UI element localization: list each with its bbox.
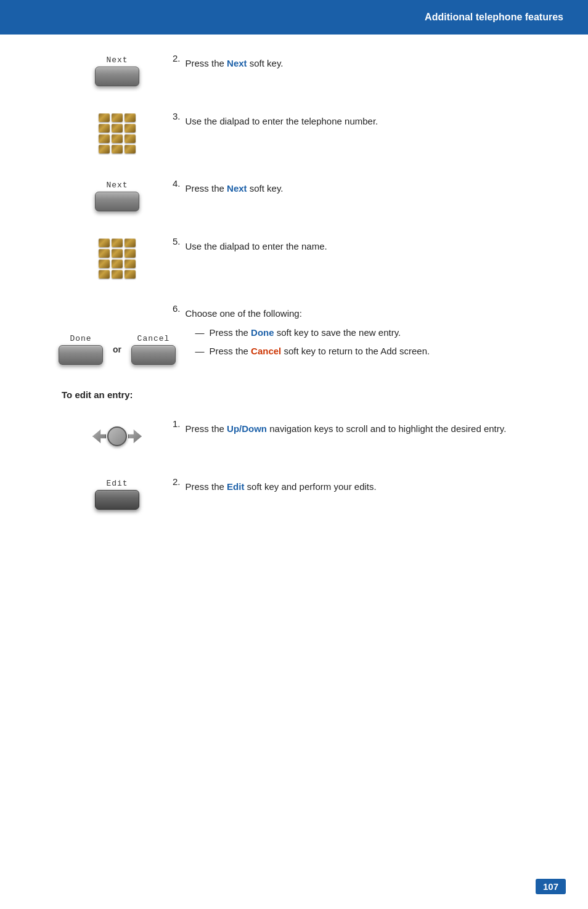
edit-label: Edit bbox=[106, 479, 128, 488]
edit-step-1-row: 1. Press the Up/Down navigation keys to … bbox=[62, 418, 551, 452]
cancel-softkey: Cancel bbox=[131, 334, 176, 365]
nav-center-btn bbox=[107, 426, 127, 446]
done-cancel-icons: Done or Cancel bbox=[59, 334, 176, 365]
step-3-row: 3. Use the dialpad to enter the telephon… bbox=[62, 111, 551, 153]
next-label-2: Next bbox=[106, 181, 128, 190]
step-6-number: 6. bbox=[173, 303, 181, 314]
edit-step-2-row: Edit 2. Press the Edit soft key and perf… bbox=[62, 476, 551, 510]
nav-right-arrow bbox=[128, 430, 142, 443]
step-5-content: 5. Use the dialpad to enter the name. bbox=[173, 236, 327, 254]
step-5-icon bbox=[62, 236, 173, 279]
step-6-content: 6. Choose one of the following: — Press … bbox=[173, 303, 430, 364]
step-5-number: 5. bbox=[173, 236, 181, 247]
next-button-2[interactable] bbox=[95, 192, 139, 211]
next-softkey-2: Next bbox=[95, 181, 139, 211]
step-2-row: Next 2. Press the Next soft key. bbox=[62, 53, 551, 86]
nav-key-icon bbox=[92, 421, 142, 452]
page-header: Additional telephone features bbox=[0, 0, 588, 35]
done-label: Done bbox=[70, 334, 91, 343]
edit-step-2-content: 2. Press the Edit soft key and perform y… bbox=[173, 476, 377, 494]
edit-step-2-icon: Edit bbox=[62, 476, 173, 510]
next-button-1[interactable] bbox=[95, 67, 139, 86]
sub-bullet-cancel: — Press the Cancel soft key to return to… bbox=[195, 344, 430, 359]
next-label-1: Next bbox=[106, 55, 128, 65]
dialpad-icon-1 bbox=[99, 113, 136, 153]
edit-highlight: Edit bbox=[227, 481, 244, 492]
page-title: Additional telephone features bbox=[425, 12, 563, 23]
cancel-button[interactable] bbox=[131, 345, 176, 365]
next-highlight-2: Next bbox=[227, 183, 247, 194]
step-6-row: Done or Cancel 6. Choose one of the foll… bbox=[62, 303, 551, 365]
done-button[interactable] bbox=[59, 345, 103, 365]
step-4-number: 4. bbox=[173, 178, 181, 189]
step-4-icon: Next bbox=[62, 178, 173, 211]
edit-section-heading: To edit an entry: bbox=[62, 389, 551, 400]
dialpad-icon-2 bbox=[99, 238, 136, 279]
step-3-icon bbox=[62, 111, 173, 153]
step-2-number: 2. bbox=[173, 53, 181, 63]
main-content: Next 2. Press the Next soft key. bbox=[0, 35, 588, 571]
step-2-icon: Next bbox=[62, 53, 173, 86]
done-highlight: Done bbox=[251, 327, 274, 338]
cancel-label: Cancel bbox=[137, 334, 170, 343]
edit-step-2-text: Press the Edit soft key and perform your… bbox=[186, 476, 377, 494]
step-6-icon: Done or Cancel bbox=[62, 303, 173, 365]
step-2-text: Press the Next soft key. bbox=[186, 53, 284, 71]
edit-step-1-text: Press the Up/Down navigation keys to scr… bbox=[186, 418, 507, 436]
step-4-row: Next 4. Press the Next soft key. bbox=[62, 178, 551, 211]
step-2-content: 2. Press the Next soft key. bbox=[173, 53, 283, 71]
step-3-content: 3. Use the dialpad to enter the telephon… bbox=[173, 111, 378, 129]
step-6-subbullets: — Press the Done soft key to save the ne… bbox=[195, 326, 430, 359]
step-4-content: 4. Press the Next soft key. bbox=[173, 178, 283, 196]
edit-step-1-content: 1. Press the Up/Down navigation keys to … bbox=[173, 418, 506, 436]
edit-step-1-icon bbox=[62, 418, 173, 452]
nav-left-arrow bbox=[92, 430, 106, 443]
step-3-number: 3. bbox=[173, 111, 181, 121]
next-softkey-1: Next bbox=[95, 55, 139, 86]
updown-highlight: Up/Down bbox=[227, 423, 267, 434]
edit-button[interactable] bbox=[95, 490, 139, 510]
page-number: 107 bbox=[536, 879, 566, 894]
edit-step-2-number: 2. bbox=[173, 476, 181, 487]
edit-step-1-number: 1. bbox=[173, 418, 181, 429]
step-3-text: Use the dialpad to enter the telephone n… bbox=[186, 111, 378, 129]
cancel-highlight: Cancel bbox=[251, 346, 281, 356]
next-highlight-1: Next bbox=[227, 58, 247, 68]
step-6-text: Choose one of the following: — Press the… bbox=[186, 303, 430, 364]
step-5-text: Use the dialpad to enter the name. bbox=[186, 236, 327, 254]
step-5-row: 5. Use the dialpad to enter the name. bbox=[62, 236, 551, 279]
or-text: or bbox=[113, 344, 121, 354]
done-softkey: Done bbox=[59, 334, 103, 365]
step-4-text: Press the Next soft key. bbox=[186, 178, 284, 196]
sub-bullet-done: — Press the Done soft key to save the ne… bbox=[195, 326, 430, 340]
edit-softkey: Edit bbox=[95, 479, 139, 510]
